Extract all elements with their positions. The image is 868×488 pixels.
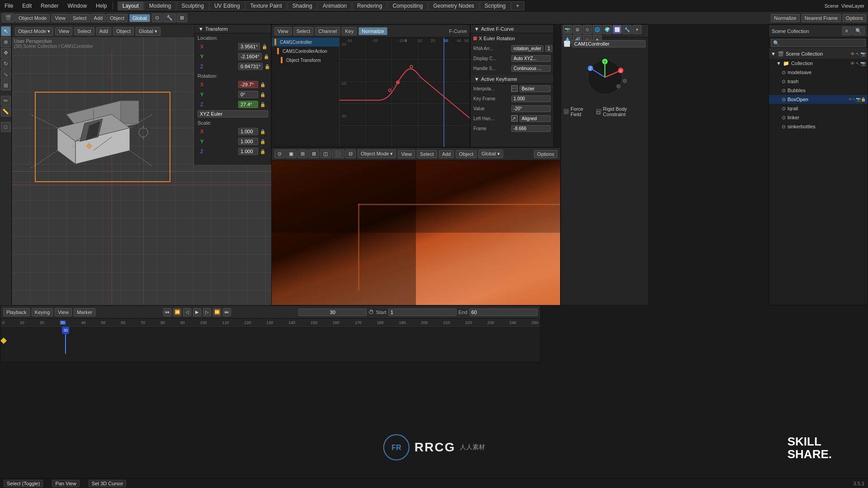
playback-mode[interactable]: Nearest Frame <box>802 14 841 22</box>
tab-rendering[interactable]: Rendering <box>352 1 387 10</box>
vp2-select[interactable]: Select <box>417 150 437 158</box>
rot-x-lock[interactable]: 🔒 <box>260 82 265 87</box>
menu-file[interactable]: File <box>0 2 18 10</box>
scale-y-value[interactable]: 1.000 <box>238 138 258 145</box>
scale-z-value[interactable]: 1.000 <box>238 148 258 155</box>
rot-z-value[interactable]: 27.4° <box>238 101 258 108</box>
end-frame-field[interactable]: 60 <box>469 309 538 316</box>
scale-y-lock[interactable]: 🔒 <box>260 139 265 144</box>
tool-annotate[interactable]: ✏ <box>1 96 11 106</box>
view-menu[interactable]: View <box>52 14 69 22</box>
tool-cursor[interactable]: ⊕ <box>1 37 11 47</box>
rot-y-value[interactable]: 0° <box>238 91 258 98</box>
tab-modeling[interactable]: Modeling <box>144 1 176 10</box>
select-menu[interactable]: Select <box>70 14 90 22</box>
tab-compositing[interactable]: Compositing <box>387 1 428 10</box>
object-menu[interactable]: Object <box>107 14 127 22</box>
fcurve-channel[interactable]: Channel <box>315 27 340 35</box>
loc-y-lock[interactable]: 🔒 <box>264 54 269 59</box>
rot-z-lock[interactable]: 🔒 <box>260 102 265 107</box>
tab-scripting[interactable]: Scripting <box>480 1 511 10</box>
tl-keying[interactable]: Keying <box>32 308 53 316</box>
lh-value[interactable]: Aligned <box>519 115 551 122</box>
channel-cam1action[interactable]: CAM1ControllerAction <box>272 47 339 56</box>
prop-icon-world[interactable]: 🌍 <box>603 25 612 34</box>
vp2-icon6[interactable]: ⊟ <box>345 150 356 158</box>
coll-eye[interactable]: 👁 <box>850 61 855 66</box>
vp2-icon1[interactable]: ▣ <box>286 150 297 158</box>
prop-icon-particle[interactable]: ✦ <box>632 25 642 34</box>
vp2-add[interactable]: Add <box>439 150 454 158</box>
tab-animation[interactable]: Animation <box>318 1 352 10</box>
coll-select[interactable]: ↖ <box>856 61 859 66</box>
outliner-item-linker[interactable]: ⊙ linker <box>769 113 868 122</box>
vp2-icon4[interactable]: ◫ <box>320 150 331 158</box>
kf-value-val[interactable]: -20° <box>511 105 551 112</box>
vp-object[interactable]: Object <box>113 27 134 35</box>
options-btn[interactable]: Options <box>843 14 866 22</box>
add-menu[interactable]: Add <box>91 14 106 22</box>
sc-render[interactable]: 📷 <box>860 52 866 56</box>
jump-to-end[interactable]: ⏭ <box>223 308 231 316</box>
vp-add[interactable]: Add <box>96 27 112 35</box>
sc-visibility[interactable]: 👁 <box>850 52 855 56</box>
proportional-editing[interactable]: ⊙ <box>152 14 162 22</box>
outliner-item-boxopen[interactable]: ⊙ BoxOpen 👁↖📷🔒 <box>769 95 868 104</box>
rotation-mode[interactable]: XYZ Euler <box>198 110 268 117</box>
tool-move[interactable]: ✥ <box>1 48 11 58</box>
prop-icon-scene[interactable]: 🌐 <box>593 25 602 34</box>
vp2-icon3[interactable]: ⊠ <box>309 150 319 158</box>
global-selector[interactable]: Global <box>129 14 150 22</box>
force-field-checkbox[interactable]: □ <box>564 109 569 114</box>
next-frame[interactable]: ▷ <box>203 308 211 316</box>
vp-global[interactable]: Global ▾ <box>136 27 160 36</box>
rna-index-value[interactable]: 1 <box>545 45 552 52</box>
vp2-icon5[interactable]: ⬛ <box>332 150 344 158</box>
mirror-toggle[interactable]: ⊠ <box>177 14 187 22</box>
outliner-item-lqrail[interactable]: ⊙ lqrail <box>769 104 868 113</box>
menu-render[interactable]: Render <box>36 2 63 10</box>
vp-select[interactable]: Select <box>74 27 94 35</box>
menu-help[interactable]: Help <box>91 2 112 10</box>
display-color-value[interactable]: Auto XYZ... <box>511 55 551 62</box>
channel-objtransform[interactable]: Object Transform <box>272 56 339 65</box>
engine-selector[interactable]: 🎬 <box>2 14 14 22</box>
vp2-global[interactable]: Global ▾ <box>478 150 503 158</box>
prop-icon-view[interactable]: ⊙ <box>583 25 592 34</box>
object-name-field[interactable]: CAM1Controller <box>572 40 646 47</box>
fcurve-graph[interactable]: -10 -20 -30 -30 -20 -10 0 10 20 30 40 50 <box>340 38 470 147</box>
vp2-object-mode[interactable]: Object Mode ▾ <box>358 150 396 158</box>
handle-smooth-value[interactable]: Continuous ... <box>511 65 551 72</box>
jump-to-start[interactable]: ⏮ <box>163 308 171 316</box>
next-keyframe[interactable]: ⏩ <box>213 308 221 316</box>
current-frame-field[interactable]: 30 <box>298 309 367 316</box>
tool-select[interactable]: ↖ <box>1 26 11 36</box>
outliner-filter[interactable]: ≡ <box>842 27 851 35</box>
tl-playback[interactable]: Playback <box>3 308 30 316</box>
vp2-object[interactable]: Object <box>456 150 476 158</box>
scale-x-lock[interactable]: 🔒 <box>260 129 265 134</box>
tl-view[interactable]: View <box>55 308 72 316</box>
vp2-mode[interactable]: ⊙ <box>274 150 285 158</box>
tab-sculpting[interactable]: Sculpting <box>177 1 209 10</box>
normalize-btn[interactable]: Normalize <box>771 14 800 22</box>
rna-array-value[interactable]: rotation_euler <box>511 45 543 52</box>
snap-toggle[interactable]: 🔧 <box>163 14 176 22</box>
outliner-item-bubbles[interactable]: ⊙ Bubbles <box>769 86 868 95</box>
rot-y-lock[interactable]: 🔒 <box>260 92 265 97</box>
rigid-body-checkbox[interactable]: □ <box>596 109 601 114</box>
loc-z-lock[interactable]: 🔒 <box>264 64 270 69</box>
tab-geometry-nodes[interactable]: Geometry Nodes <box>428 1 479 10</box>
interp-value[interactable]: Bezier <box>519 85 551 92</box>
loc-y-value[interactable]: -2.1604° <box>238 53 262 60</box>
outliner-item-modelsave[interactable]: ⊙ modelsave <box>769 68 868 77</box>
scale-z-lock[interactable]: 🔒 <box>260 149 265 154</box>
fcurve-view[interactable]: View <box>274 27 292 35</box>
play-btn[interactable]: ▶ <box>193 308 201 316</box>
loc-x-value[interactable]: 3.9561° <box>238 43 260 50</box>
tab-layout[interactable]: Layout <box>118 1 144 10</box>
coll-render[interactable]: 📷 <box>860 61 866 66</box>
prop-icon-output[interactable]: 🖥 <box>573 25 582 34</box>
tool-transform[interactable]: ⊞ <box>1 80 11 90</box>
prev-frame[interactable]: ◁ <box>183 308 191 316</box>
